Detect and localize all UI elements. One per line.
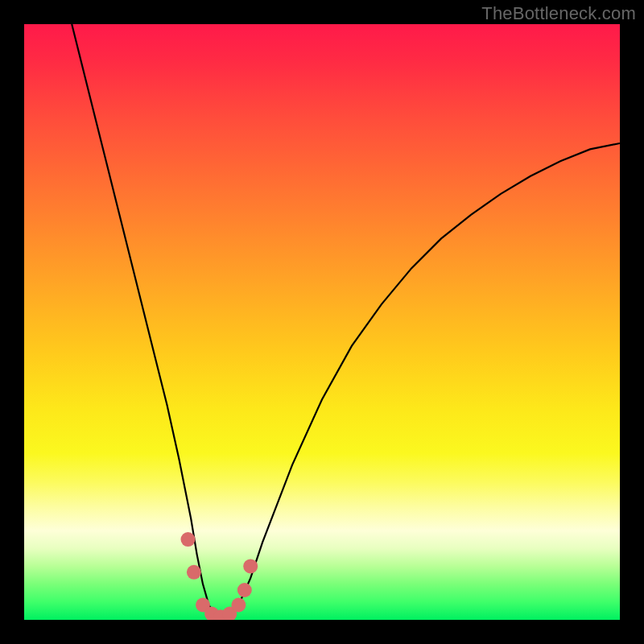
watermark-text: TheBottleneck.com	[481, 3, 636, 24]
marker-point	[237, 583, 252, 597]
bottleneck-curve	[72, 24, 620, 617]
marker-point	[187, 565, 201, 580]
chart-plot-area	[24, 24, 620, 620]
chart-svg	[24, 24, 620, 620]
marker-point	[243, 559, 258, 573]
marker-point	[231, 598, 246, 613]
marker-point	[181, 532, 196, 547]
highlight-markers	[181, 532, 258, 620]
